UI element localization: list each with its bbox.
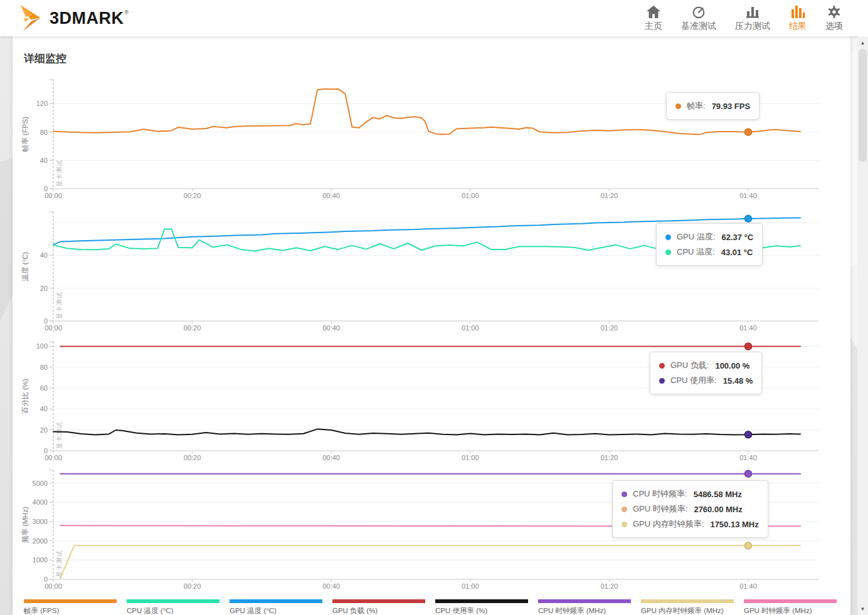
current-value-marker — [745, 470, 752, 477]
tooltip-row: CPU 使用率: 15.48 % — [659, 373, 753, 388]
vertical-scrollbar[interactable]: ▲ ▼ — [857, 36, 868, 615]
svg-text:00:20: 00:20 — [184, 324, 201, 332]
svg-text:20: 20 — [40, 426, 48, 434]
legend-item[interactable]: CPU 时钟频率 (MHz) — [538, 599, 636, 615]
tooltip-row: CPU 温度: 43.01 °C — [665, 244, 753, 260]
nav-item-home[interactable]: 主页 — [645, 5, 662, 32]
svg-text:01:00: 01:00 — [462, 454, 479, 461]
legend-label: CPU 温度 (°C) — [127, 606, 225, 615]
current-value-marker — [745, 542, 752, 549]
svg-text:01:40: 01:40 — [739, 192, 757, 199]
svg-text:20: 20 — [40, 285, 48, 292]
svg-text:120: 120 — [36, 100, 48, 107]
app-logo[interactable]: 3DMARK ® — [18, 4, 128, 32]
y-axis-title: 温度 (°C) — [21, 251, 29, 281]
frequency-tooltip: CPU 时钟频率: 5486.58 MHzGPU 时钟频率: 2760.00 M… — [612, 480, 768, 538]
scroll-up-arrow[interactable]: ▲ — [857, 38, 868, 48]
nav-label: 结果 — [789, 21, 807, 32]
legend-item[interactable]: GPU 时钟频率 (MHz) — [744, 599, 842, 615]
svg-text:01:20: 01:20 — [601, 324, 618, 332]
svg-text:00:40: 00:40 — [322, 582, 340, 590]
legend-item[interactable]: 帧率 (FPS) — [24, 599, 122, 615]
svg-text:3000: 3000 — [33, 518, 48, 525]
current-value-marker — [745, 431, 752, 438]
results-detail-panel: 详细监控 0408012000:0000:2000:4001:0001:2001… — [13, 36, 850, 615]
svg-text:00:20: 00:20 — [184, 192, 201, 199]
series-GPU 内存时钟频率 — [60, 545, 800, 578]
svg-text:1000: 1000 — [33, 556, 48, 564]
legend-color-bar — [435, 599, 528, 603]
svg-text:01:00: 01:00 — [462, 582, 479, 590]
svg-text:00:20: 00:20 — [184, 582, 201, 590]
3dmark-logo-icon — [18, 4, 44, 32]
svg-text:01:40: 01:40 — [739, 324, 757, 332]
nav-item-stress-test[interactable]: 压力测试 — [735, 5, 770, 32]
legend-label: 帧率 (FPS) — [24, 606, 122, 615]
nav-label: 主页 — [645, 21, 662, 32]
nav-label: 选项 — [825, 21, 843, 32]
home-icon — [646, 5, 661, 19]
svg-text:01:20: 01:20 — [601, 582, 618, 590]
series-color-dot — [665, 234, 671, 240]
svg-text:00:00: 00:00 — [45, 582, 62, 590]
svg-text:01:00: 01:00 — [462, 324, 479, 332]
svg-text:100: 100 — [36, 342, 48, 350]
y-axis-title: 频率 (MHz) — [21, 507, 29, 543]
temperature-chart-container: 0204000:0000:2000:4001:0001:2001:40显卡测试温… — [19, 208, 847, 334]
logo-text: 3DMARK — [50, 9, 124, 28]
legend-color-bar — [24, 599, 117, 603]
svg-text:40: 40 — [40, 157, 48, 164]
legend-item[interactable]: CPU 使用率 (%) — [435, 599, 533, 615]
phase-label: 显卡测试 — [56, 159, 63, 187]
nav-label: 压力测试 — [735, 21, 770, 32]
legend-item[interactable]: GPU 负载 (%) — [332, 599, 430, 615]
y-axis-title: 百分比 (%) — [21, 379, 29, 414]
svg-text:01:20: 01:20 — [601, 192, 618, 199]
svg-text:00:40: 00:40 — [322, 454, 340, 461]
svg-text:00:00: 00:00 — [45, 454, 62, 461]
tooltip-row: CPU 时钟频率: 5486.58 MHz — [622, 486, 759, 502]
logo-registered-mark: ® — [125, 9, 129, 16]
svg-text:00:40: 00:40 — [322, 192, 340, 199]
legend-item[interactable]: CPU 温度 (°C) — [127, 599, 225, 615]
tooltip-row: GPU 内存时钟频率: 1750.13 MHz — [622, 517, 759, 532]
svg-text:5000: 5000 — [33, 480, 48, 487]
scrollbar-thumb[interactable] — [859, 49, 867, 162]
nav-item-options[interactable]: 选项 — [825, 5, 843, 32]
series-color-dot — [675, 103, 681, 109]
svg-text:00:40: 00:40 — [322, 324, 340, 332]
scroll-down-arrow[interactable]: ▼ — [857, 604, 868, 614]
tooltip-row: GPU 温度: 62.37 °C — [665, 229, 753, 244]
legend-item[interactable]: GPU 内存时钟频率 (MHz) — [641, 599, 739, 615]
legend-label: CPU 时钟频率 (MHz) — [538, 606, 636, 615]
y-axis-title: 帧率 (FPS) — [21, 117, 29, 152]
legend-color-bar — [744, 599, 837, 603]
current-value-marker — [745, 129, 752, 135]
nav-item-results[interactable]: 结果 — [789, 5, 807, 32]
svg-text:00:00: 00:00 — [45, 324, 62, 332]
temperature-tooltip: GPU 温度: 62.37 °CCPU 温度: 43.01 °C — [656, 223, 763, 266]
svg-text:40: 40 — [40, 251, 48, 259]
phase-label: 显卡测试 — [56, 421, 63, 449]
legend-color-bar — [230, 599, 322, 603]
frequency-chart-container: 01000200030004000500000:0000:2000:4001:0… — [19, 466, 847, 592]
phase-label: 显卡测试 — [56, 292, 63, 319]
legend-label: GPU 负载 (%) — [332, 606, 430, 615]
gear-icon — [827, 5, 842, 19]
fps-chart-container: 0408012000:0000:2000:4001:0001:2001:40显卡… — [19, 76, 847, 201]
series-color-dot — [622, 491, 627, 497]
main-nav: 主页 基准测试 压力测试 结果 — [645, 5, 843, 32]
legend-label: GPU 内存时钟频率 (MHz) — [641, 606, 739, 615]
fps-tooltip: 帧率: 79.93 FPS — [666, 92, 760, 120]
legend-item[interactable]: GPU 温度 (°C) — [230, 599, 327, 615]
current-value-marker — [745, 215, 752, 222]
gauge-icon — [691, 5, 706, 19]
legend-label: CPU 使用率 (%) — [435, 606, 533, 615]
nav-item-benchmark[interactable]: 基准测试 — [681, 5, 716, 32]
legend-label: GPU 时钟频率 (MHz) — [744, 606, 842, 615]
nav-label: 基准测试 — [681, 21, 716, 32]
bar-chart-icon — [745, 5, 760, 19]
svg-text:40: 40 — [40, 405, 48, 413]
svg-text:00:00: 00:00 — [45, 192, 62, 199]
svg-text:01:40: 01:40 — [739, 454, 757, 461]
